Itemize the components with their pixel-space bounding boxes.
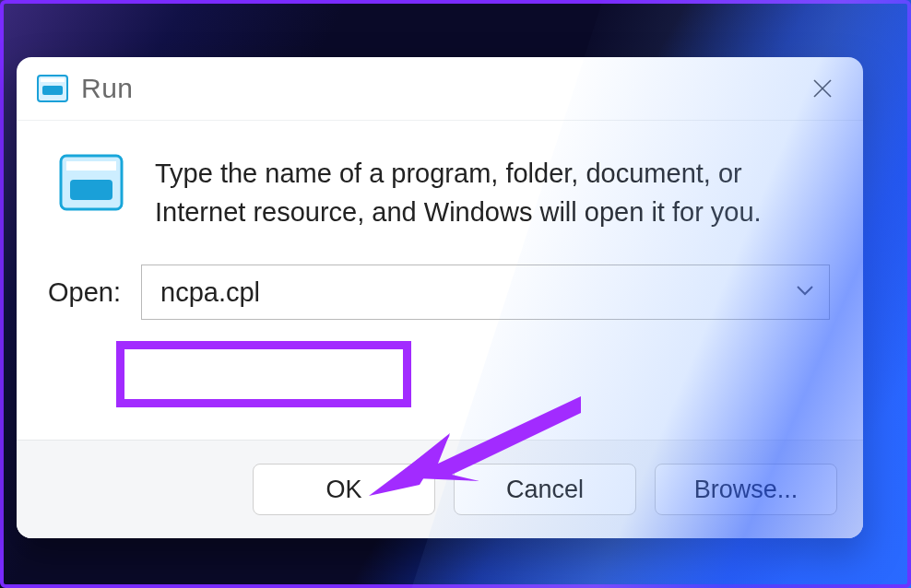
ok-button[interactable]: OK (253, 464, 435, 515)
close-icon (812, 78, 833, 99)
run-big-icon (59, 154, 124, 215)
run-dialog-titlebar: Run (17, 57, 863, 121)
run-description-text: Type the name of a program, folder, docu… (155, 154, 819, 231)
run-icon (37, 75, 68, 102)
open-combobox[interactable] (141, 265, 830, 320)
run-dialog-title: Run (81, 73, 134, 104)
svg-rect-2 (41, 78, 65, 82)
run-dialog-body: Type the name of a program, folder, docu… (17, 121, 863, 440)
close-button[interactable] (802, 68, 843, 109)
svg-rect-7 (70, 180, 112, 200)
browse-button[interactable]: Browse... (655, 464, 837, 515)
run-description-row: Type the name of a program, folder, docu… (44, 145, 835, 257)
open-label: Open: (48, 277, 121, 308)
run-dialog: Run Type the name of a program, folder, (17, 57, 863, 538)
cancel-button[interactable]: Cancel (454, 464, 636, 515)
svg-rect-6 (66, 161, 116, 171)
svg-rect-1 (42, 86, 63, 95)
open-row: Open: (44, 257, 835, 344)
desktop-background: Run Type the name of a program, folder, (0, 0, 911, 588)
open-input[interactable] (142, 265, 829, 319)
run-button-bar: OK Cancel Browse... (17, 440, 863, 538)
